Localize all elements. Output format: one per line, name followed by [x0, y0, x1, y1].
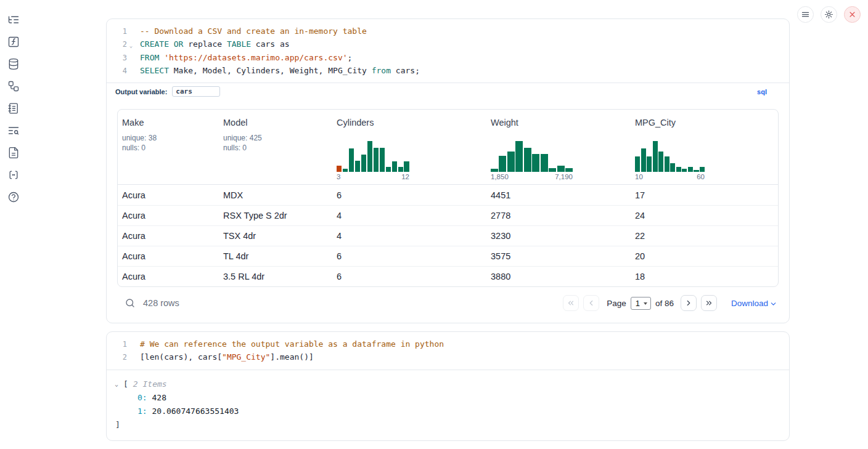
histogram-bar[interactable]: [647, 156, 652, 172]
settings-button[interactable]: [821, 6, 837, 23]
logs-search-icon[interactable]: [7, 124, 20, 137]
histogram-bar[interactable]: [515, 141, 523, 172]
column-histogram[interactable]: [337, 140, 409, 172]
fold-spacer: [127, 351, 135, 364]
table-cell: Acura: [118, 231, 219, 241]
last-page-button[interactable]: [701, 295, 717, 311]
function-square-icon[interactable]: [7, 36, 20, 48]
histogram-bar[interactable]: [361, 155, 366, 172]
collapse-chevron-icon[interactable]: ⌄: [115, 378, 123, 391]
sql-code-editor[interactable]: 1-- Download a CSV and create an in-memo…: [107, 19, 789, 100]
histogram-bar[interactable]: [386, 167, 391, 172]
histogram-bar[interactable]: [658, 152, 663, 172]
code-text: SELECT Make, Model, Cylinders, Weight, M…: [140, 65, 420, 78]
table-cell: 18: [631, 272, 778, 281]
histogram-bar[interactable]: [380, 148, 385, 172]
tree-entry-key: 0:: [137, 393, 147, 402]
histogram-bar[interactable]: [398, 167, 403, 172]
histogram-bar[interactable]: [374, 148, 379, 172]
output-variable-input[interactable]: cars: [172, 86, 220, 97]
code-line[interactable]: 2[len(cars), cars["MPG_City"].mean()]: [107, 351, 789, 364]
file-tree-icon[interactable]: [7, 14, 20, 26]
histogram-bar[interactable]: [700, 167, 705, 172]
table-cell: 3.5 RL 4dr: [219, 272, 332, 281]
line-number: 3: [115, 52, 127, 65]
page-select[interactable]: 1: [631, 297, 651, 310]
fold-spacer: [127, 25, 135, 38]
histogram-bar[interactable]: [532, 154, 539, 172]
table-cell: 2778: [486, 211, 631, 220]
dependency-graph-icon[interactable]: [7, 80, 20, 92]
gear-icon: [824, 10, 833, 19]
table-cell: 4451: [486, 190, 631, 200]
histogram-bar[interactable]: [641, 148, 646, 172]
histogram-bar[interactable]: [491, 169, 498, 172]
document-icon[interactable]: [7, 147, 20, 159]
histogram-bar[interactable]: [665, 156, 669, 172]
table-row[interactable]: AcuraMDX6445117: [118, 185, 778, 205]
code-text: -- Download a CSV and create an in-memor…: [140, 25, 367, 38]
next-page-button[interactable]: [681, 295, 697, 311]
histogram-bar[interactable]: [688, 167, 693, 172]
shutdown-button[interactable]: [844, 6, 861, 23]
histogram-bar[interactable]: [670, 163, 675, 172]
search-icon: [125, 297, 136, 309]
help-icon[interactable]: [7, 191, 20, 203]
python-code-editor[interactable]: 1# We can reference the output variable …: [107, 332, 789, 370]
download-button[interactable]: Download: [731, 299, 777, 308]
column-name[interactable]: Weight: [491, 118, 626, 127]
histogram-bar[interactable]: [349, 148, 354, 172]
histogram-bar[interactable]: [355, 161, 360, 172]
prev-page-button[interactable]: [583, 295, 599, 311]
column-histogram[interactable]: [635, 140, 705, 172]
histogram-bar[interactable]: [541, 154, 548, 172]
column-name[interactable]: MPG_City: [635, 118, 774, 127]
database-icon[interactable]: [7, 58, 20, 70]
code-line[interactable]: 4SELECT Make, Model, Cylinders, Weight, …: [107, 65, 789, 78]
code-line[interactable]: 1# We can reference the output variable …: [107, 338, 789, 351]
table-row[interactable]: AcuraTL 4dr6357520: [118, 246, 778, 266]
table-cell: 4: [332, 211, 486, 220]
line-number: 4: [115, 65, 127, 78]
histogram-bar[interactable]: [694, 170, 698, 172]
column-histogram[interactable]: [491, 140, 573, 172]
histogram-bar[interactable]: [682, 169, 687, 172]
histogram-bar[interactable]: [653, 141, 658, 172]
histogram-bar[interactable]: [507, 152, 515, 172]
table-row[interactable]: AcuraTSX 4dr4323022: [118, 225, 778, 246]
histogram-bar[interactable]: [565, 168, 573, 172]
column-name[interactable]: Make: [122, 118, 215, 127]
table-row[interactable]: Acura3.5 RL 4dr6388018: [118, 266, 778, 286]
sql-cell-output: Makeunique: 38nulls: 0Modelunique: 425nu…: [107, 100, 789, 323]
fold-chevron-icon[interactable]: ⌄: [127, 38, 135, 52]
left-sidebar: [0, 0, 27, 449]
code-line[interactable]: 2⌄CREATE OR replace TABLE cars as: [107, 38, 789, 52]
table-cell: 24: [631, 211, 778, 220]
code-line[interactable]: 3FROM 'https://datasets.marimo.app/cars.…: [107, 52, 789, 65]
histogram-bar[interactable]: [392, 161, 397, 172]
table-cell: 6: [332, 190, 486, 200]
menu-button[interactable]: [797, 6, 814, 23]
first-page-button[interactable]: [563, 295, 579, 311]
code-line[interactable]: 1-- Download a CSV and create an in-memo…: [107, 25, 789, 38]
histogram-bar[interactable]: [404, 161, 409, 172]
histogram-bar[interactable]: [549, 168, 556, 172]
table-header-cell: Makeunique: 38nulls: 0: [118, 110, 219, 184]
histogram-bar[interactable]: [343, 169, 348, 172]
histogram-bar[interactable]: [337, 166, 342, 172]
code-snippets-icon[interactable]: [7, 169, 20, 181]
table-cell: 3575: [486, 251, 631, 261]
column-name[interactable]: Model: [223, 118, 328, 127]
notebook-icon[interactable]: [7, 102, 20, 115]
histogram-bar[interactable]: [676, 167, 681, 172]
table-row[interactable]: AcuraRSX Type S 2dr4277824: [118, 205, 778, 225]
search-button[interactable]: [125, 297, 136, 309]
histogram-bar[interactable]: [524, 148, 531, 172]
histogram-bar[interactable]: [557, 166, 565, 172]
fold-spacer: [127, 52, 135, 65]
histogram-bar[interactable]: [367, 141, 372, 172]
histogram-bar[interactable]: [635, 156, 640, 172]
histogram-bar[interactable]: [499, 156, 506, 172]
chevron-left-icon: [587, 299, 596, 307]
column-name[interactable]: Cylinders: [337, 118, 482, 127]
